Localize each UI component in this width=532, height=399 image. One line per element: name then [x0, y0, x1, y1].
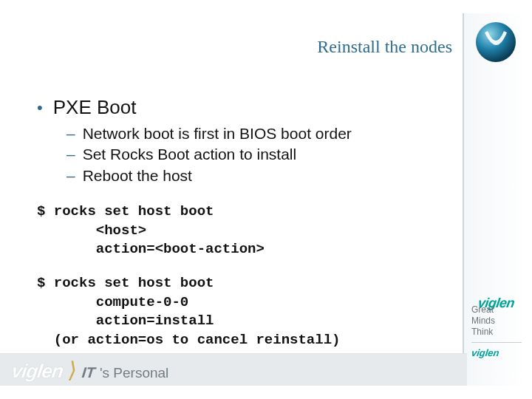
bullet-text: Set Rocks Boot action to install [83, 144, 296, 165]
tagline-line: Great [471, 304, 522, 316]
bullet-text: Network boot is first in BIOS boot order [83, 123, 352, 144]
paren-icon: ⟩ [66, 357, 79, 383]
footer-personal-text: 's Personal [100, 365, 168, 381]
bullet-dash-icon: – [66, 144, 75, 165]
footer-viglen-text: viglen [10, 360, 64, 383]
code-block-template: $ rocks set host boot <host> action=<boo… [37, 202, 451, 259]
bullet-text: Reboot the host [83, 166, 192, 186]
footer-logo: viglen ⟩ IT 's Personal [12, 357, 168, 383]
bullet-level-2: – Network boot is first in BIOS boot ord… [66, 123, 451, 144]
divider [471, 342, 522, 343]
bullet-level-2: – Reboot the host [66, 166, 451, 186]
code-block-example: $ rocks set host boot compute-0-0 action… [37, 274, 451, 350]
bullet-level-2: – Set Rocks Boot action to install [66, 144, 451, 165]
brand-tagline: Great Minds Think viglen [471, 304, 522, 359]
tagline-line: Think [471, 327, 522, 338]
footer-bar: viglen ⟩ IT 's Personal [0, 353, 467, 386]
slide: Reinstall the nodes • PXE Boot – Network… [0, 0, 532, 399]
tagline-line: Minds [471, 316, 522, 327]
bullet-dot-icon: • [37, 100, 43, 116]
brand-orb-icon [474, 21, 517, 64]
brand-viglen-small: viglen [471, 347, 522, 359]
bullet-text: PXE Boot [53, 96, 137, 119]
bullet-dash-icon: – [66, 166, 75, 186]
bullet-level-1: • PXE Boot [37, 96, 451, 119]
slide-title: Reinstall the nodes [317, 37, 452, 57]
bullet-dash-icon: – [66, 123, 75, 144]
slide-body: • PXE Boot – Network boot is first in BI… [37, 96, 451, 350]
footer-it-text: IT [81, 364, 96, 381]
